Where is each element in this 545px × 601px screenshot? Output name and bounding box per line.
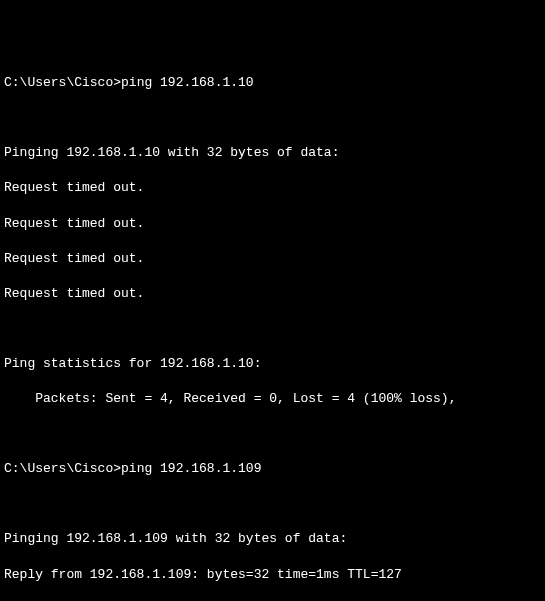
prompt-line-2[interactable]: C:\Users\Cisco>ping 192.168.1.109 [4,460,541,478]
ping2-reply-1: Reply from 192.168.1.109: bytes=32 time=… [4,566,541,584]
blank [4,425,541,443]
prompt-path: C:\Users\Cisco> [4,75,121,90]
ping1-reply-3: Request timed out. [4,250,541,268]
ping1-reply-1: Request timed out. [4,179,541,197]
ping1-reply-2: Request timed out. [4,215,541,233]
prompt-path: C:\Users\Cisco> [4,461,121,476]
ping1-packets: Packets: Sent = 4, Received = 0, Lost = … [4,390,541,408]
ping1-header: Pinging 192.168.1.10 with 32 bytes of da… [4,144,541,162]
blank [4,320,541,338]
prompt-line-1[interactable]: C:\Users\Cisco>ping 192.168.1.10 [4,74,541,92]
ping2-header: Pinging 192.168.1.109 with 32 bytes of d… [4,530,541,548]
command-text: ping 192.168.1.10 [121,75,254,90]
blank [4,109,541,127]
ping1-stats-header: Ping statistics for 192.168.1.10: [4,355,541,373]
ping1-reply-4: Request timed out. [4,285,541,303]
command-text: ping 192.168.1.109 [121,461,261,476]
blank [4,495,541,513]
